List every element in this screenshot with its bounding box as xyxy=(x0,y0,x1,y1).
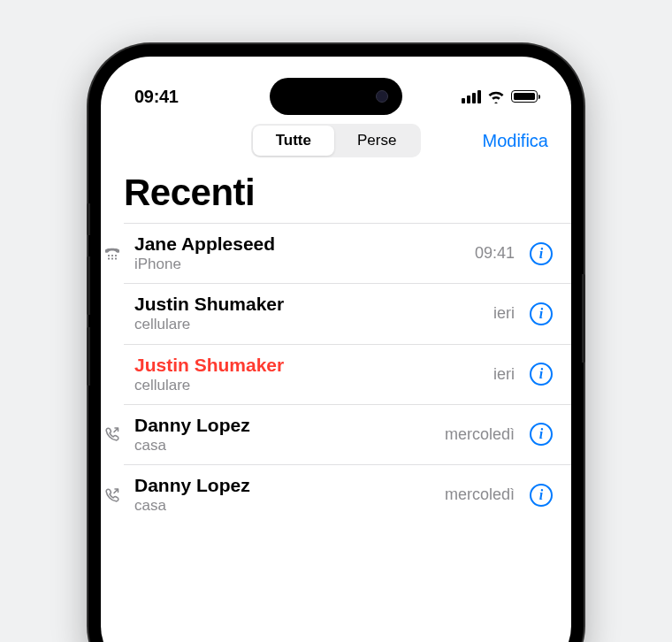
call-row[interactable]: Danny Lopezcasamercoledìi xyxy=(124,404,571,464)
call-text: Justin Shumakercellulare xyxy=(134,293,483,334)
call-time: ieri xyxy=(493,304,515,323)
info-button[interactable]: i xyxy=(529,483,554,508)
caller-name: Justin Shumaker xyxy=(134,354,483,376)
call-time: ieri xyxy=(493,365,515,384)
svg-rect-5 xyxy=(115,257,117,259)
call-text: Jane AppleseediPhone xyxy=(134,233,464,274)
call-row[interactable]: Justin Shumakercellulareierii xyxy=(124,283,571,343)
call-time: 09:41 xyxy=(475,244,515,263)
info-button[interactable]: i xyxy=(529,362,554,386)
phone-frame: 09:41 Tutte Perse Modifica Recenti Jane … xyxy=(88,44,584,642)
call-row[interactable]: Justin Shumakercellulareierii xyxy=(124,344,571,404)
info-icon: i xyxy=(530,484,553,507)
tty-icon xyxy=(103,246,121,262)
svg-rect-4 xyxy=(111,257,113,259)
info-icon: i xyxy=(530,363,553,386)
tab-all[interactable]: Tutte xyxy=(253,126,334,156)
info-button[interactable]: i xyxy=(529,241,554,266)
edit-button[interactable]: Modifica xyxy=(483,131,548,151)
svg-rect-1 xyxy=(111,255,113,256)
call-subtitle: cellulare xyxy=(134,376,483,395)
call-text: Danny Lopezcasa xyxy=(134,414,434,455)
svg-rect-2 xyxy=(115,255,117,256)
call-subtitle: casa xyxy=(134,496,434,516)
call-time: mercoledì xyxy=(445,485,515,504)
page-title: Recenti xyxy=(101,168,571,223)
info-icon: i xyxy=(530,242,553,265)
call-type-icon-slot xyxy=(101,425,124,443)
front-camera xyxy=(376,90,388,103)
status-time: 09:41 xyxy=(134,87,179,107)
phone-screen: 09:41 Tutte Perse Modifica Recenti Jane … xyxy=(101,57,571,642)
svg-rect-0 xyxy=(108,255,110,256)
cellular-signal-icon xyxy=(462,90,481,103)
wifi-icon xyxy=(487,90,505,103)
info-button[interactable]: i xyxy=(529,302,554,326)
caller-name: Jane Appleseed xyxy=(134,233,464,255)
caller-name: Justin Shumaker xyxy=(134,293,483,315)
segmented-control: Tutte Perse xyxy=(251,124,422,157)
dynamic-island xyxy=(270,78,402,115)
info-icon: i xyxy=(530,302,553,325)
call-row[interactable]: Jane AppleseediPhone09:41i xyxy=(124,223,571,283)
call-subtitle: casa xyxy=(134,436,434,455)
caller-name: Danny Lopez xyxy=(134,414,434,436)
call-subtitle: iPhone xyxy=(134,255,464,274)
nav-bar: Tutte Perse Modifica xyxy=(101,118,571,168)
caller-name: Danny Lopez xyxy=(134,474,434,496)
call-type-icon-slot xyxy=(101,246,124,262)
tab-missed[interactable]: Perse xyxy=(334,126,419,156)
outgoing-call-icon xyxy=(103,486,121,504)
call-type-icon-slot xyxy=(101,486,124,504)
battery-icon xyxy=(511,90,538,103)
call-text: Danny Lopezcasa xyxy=(134,474,434,516)
info-icon: i xyxy=(530,423,553,446)
call-time: mercoledì xyxy=(445,425,515,444)
call-text: Justin Shumakercellulare xyxy=(134,354,483,395)
call-subtitle: cellulare xyxy=(134,315,483,334)
recents-list: Jane AppleseediPhone09:41iJustin Shumake… xyxy=(101,223,571,524)
call-row[interactable]: Danny Lopezcasamercoledìi xyxy=(124,464,571,524)
svg-rect-3 xyxy=(108,257,110,259)
outgoing-call-icon xyxy=(103,425,121,443)
info-button[interactable]: i xyxy=(529,422,554,447)
